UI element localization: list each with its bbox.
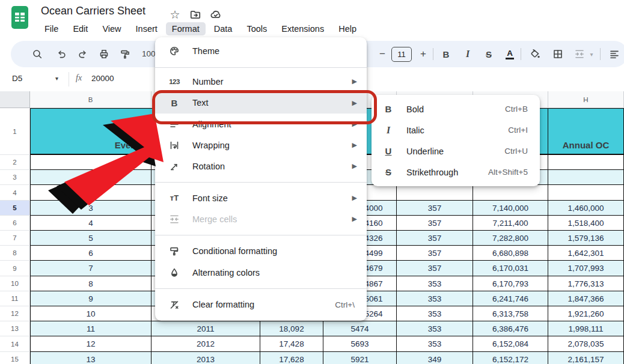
cell-F12[interactable]: 353 [397, 306, 473, 321]
row-header-3[interactable]: 3 [0, 170, 30, 185]
cell-G4[interactable] [473, 185, 548, 201]
borders-icon[interactable] [549, 46, 566, 62]
row-header-14[interactable]: 14 [0, 336, 30, 352]
cell-B14[interactable]: 12 [30, 336, 151, 352]
paint-format-icon[interactable] [117, 46, 133, 62]
row-header-1[interactable]: 1 [0, 108, 30, 155]
decrease-font-size-button[interactable]: − [374, 46, 391, 62]
move-folder-icon[interactable] [189, 8, 202, 21]
format-menu-item-rotation[interactable]: Rotation▶ [155, 156, 367, 177]
bold-icon[interactable]: B [438, 46, 454, 62]
cell-H2[interactable] [548, 155, 624, 170]
cell-H9[interactable]: 1,707,993 [548, 261, 624, 276]
cell-F11[interactable]: 353 [397, 291, 473, 306]
row-header-2[interactable]: 2 [0, 155, 30, 170]
cell-G10[interactable]: 6,170,793 [473, 276, 548, 291]
cell-H12[interactable]: 1,921,260 [548, 306, 624, 321]
row-header-13[interactable]: 13 [0, 321, 30, 336]
name-box[interactable]: D5 [12, 74, 22, 83]
select-all-corner[interactable] [0, 91, 30, 108]
fill-color-icon[interactable] [527, 46, 543, 62]
cell-B12[interactable]: 10 [30, 306, 151, 321]
document-title[interactable]: Ocean Carriers Sheet [41, 5, 145, 17]
row-header-9[interactable]: 9 [0, 261, 30, 276]
cell-H3[interactable] [548, 170, 624, 185]
column-header-B[interactable]: B [30, 91, 151, 108]
row-header-6[interactable]: 6 [0, 216, 30, 231]
row-header-10[interactable]: 10 [0, 276, 30, 291]
cell-F5[interactable]: 357 [397, 201, 473, 216]
cell-B6[interactable]: 4 [30, 216, 151, 231]
row-header-7[interactable]: 7 [0, 231, 30, 246]
format-menu-item-number[interactable]: 123Number▶ [155, 71, 367, 92]
row-header-4[interactable]: 4 [0, 185, 30, 201]
cell-F10[interactable]: 353 [397, 276, 473, 291]
format-menu-item-theme[interactable]: Theme [155, 38, 367, 64]
menubar-item-format[interactable]: Format [166, 22, 206, 35]
row-header-15[interactable]: 15 [0, 352, 30, 364]
cell-H8[interactable]: 1,642,301 [548, 246, 624, 261]
menubar-item-extensions[interactable]: Extensions [275, 22, 330, 35]
cell-G5[interactable]: 7,140,000 [473, 201, 548, 216]
cell-H10[interactable]: 1,776,313 [548, 276, 624, 291]
redo-icon[interactable] [75, 46, 91, 62]
star-icon[interactable]: ☆ [168, 8, 182, 21]
horizontal-align-icon[interactable] [606, 46, 623, 62]
cell-H13[interactable]: 1,998,111 [548, 321, 624, 336]
align-caret-icon[interactable]: ▾ [622, 46, 624, 62]
cell-B8[interactable]: 6 [30, 246, 151, 261]
cell-F4[interactable] [397, 185, 473, 201]
cell-F6[interactable]: 357 [397, 216, 473, 231]
cell-G7[interactable]: 7,282,800 [473, 231, 548, 246]
menubar-item-tools[interactable]: Tools [240, 22, 273, 35]
cell-E14[interactable]: 5693 [323, 336, 397, 352]
menubar-item-data[interactable]: Data [208, 22, 239, 35]
row-header-5[interactable]: 5 [0, 201, 30, 216]
cell-header-annual-oc[interactable]: Annual OC [548, 108, 624, 155]
cell-B11[interactable]: 9 [30, 291, 151, 306]
cell-H4[interactable] [548, 185, 624, 201]
cell-B7[interactable]: 5 [30, 231, 151, 246]
menubar-item-edit[interactable]: Edit [67, 22, 94, 35]
cell-B13[interactable]: 11 [30, 321, 151, 336]
strikethrough-icon[interactable]: S [480, 46, 497, 62]
format-menu-item-wrapping[interactable]: Wrapping▶ [155, 135, 367, 156]
cell-B3[interactable]: 1 [30, 170, 151, 185]
cell-H15[interactable]: 2,161,157 [548, 352, 624, 364]
text-submenu-item-bold[interactable]: BBoldCtrl+B [372, 99, 540, 120]
cell-F8[interactable]: 357 [397, 246, 473, 261]
cell-G6[interactable]: 7,211,400 [473, 216, 548, 231]
cell-D15[interactable]: 17,628 [260, 352, 323, 364]
print-icon[interactable] [96, 46, 112, 62]
cell-C15[interactable]: 2013 [151, 352, 260, 364]
column-header-H[interactable]: H [548, 91, 624, 108]
row-header-12[interactable]: 12 [0, 306, 30, 321]
cell-F14[interactable]: 353 [397, 336, 473, 352]
cell-H6[interactable]: 1,518,400 [548, 216, 624, 231]
undo-icon[interactable] [53, 46, 70, 62]
row-header-8[interactable]: 8 [0, 246, 30, 261]
cell-B4[interactable]: 2 [30, 185, 151, 201]
cell-G14[interactable]: 6,152,084 [473, 336, 548, 352]
cell-G11[interactable]: 6,241,746 [473, 291, 548, 306]
search-icon[interactable] [29, 46, 46, 62]
cell-F15[interactable]: 349 [397, 352, 473, 364]
sheets-logo[interactable] [11, 5, 29, 32]
cell-C14[interactable]: 2012 [151, 336, 260, 352]
cell-H11[interactable]: 1,847,366 [548, 291, 624, 306]
name-box-caret-icon[interactable]: ▾ [55, 75, 58, 82]
row-header-11[interactable]: 11 [0, 291, 30, 306]
cell-B10[interactable]: 8 [30, 276, 151, 291]
cell-E13[interactable]: 5474 [323, 321, 397, 336]
cell-F7[interactable]: 357 [397, 231, 473, 246]
cell-B9[interactable]: 7 [30, 261, 151, 276]
text-submenu-item-strikethrough[interactable]: SStrikethroughAlt+Shift+5 [372, 162, 540, 183]
format-menu-item-clear-formatting[interactable]: Clear formattingCtrl+\ [155, 294, 367, 315]
text-submenu-item-underline[interactable]: UUnderlineCtrl+U [372, 141, 540, 162]
cell-H7[interactable]: 1,579,136 [548, 231, 624, 246]
cell-C13[interactable]: 2011 [151, 321, 260, 336]
menubar-item-help[interactable]: Help [332, 22, 362, 35]
format-menu-item-conditional-formatting[interactable]: Conditional formatting [155, 240, 367, 262]
format-menu-item-alternating-colors[interactable]: Alternating colors [155, 262, 367, 283]
cell-G8[interactable]: 6,680,898 [473, 246, 548, 261]
